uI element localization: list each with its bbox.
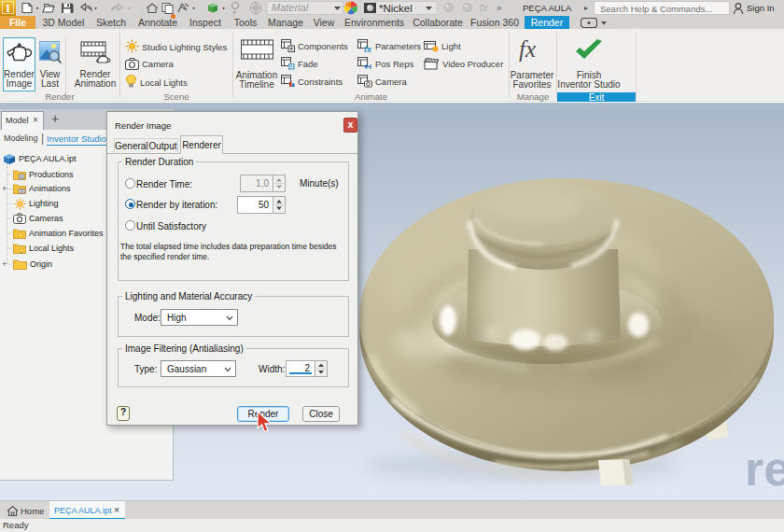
svg-text:fx: fx — [480, 2, 488, 13]
svg-text:re: re — [745, 441, 784, 496]
svg-text:*Nickel: *Nickel — [379, 3, 413, 14]
svg-text:»: » — [497, 3, 502, 13]
svg-text:fx: fx — [364, 45, 372, 53]
svg-text:I: I — [6, 2, 10, 15]
svg-text:Material: Material — [272, 2, 309, 13]
